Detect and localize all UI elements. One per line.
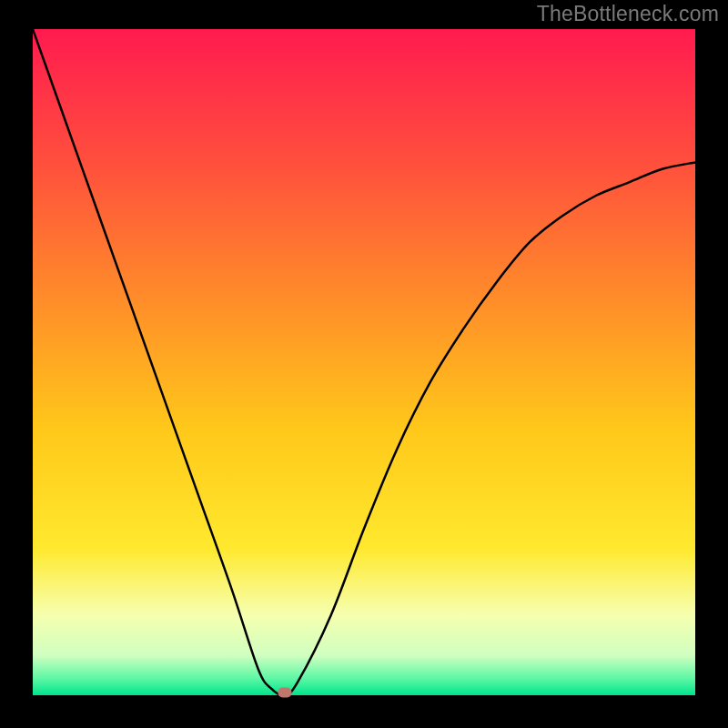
optimal-point-marker <box>278 688 291 698</box>
chart-frame: TheBottleneck.com <box>0 0 728 728</box>
bottleneck-curve <box>33 29 695 695</box>
watermark-text: TheBottleneck.com <box>537 2 719 26</box>
plot-area <box>33 29 695 695</box>
